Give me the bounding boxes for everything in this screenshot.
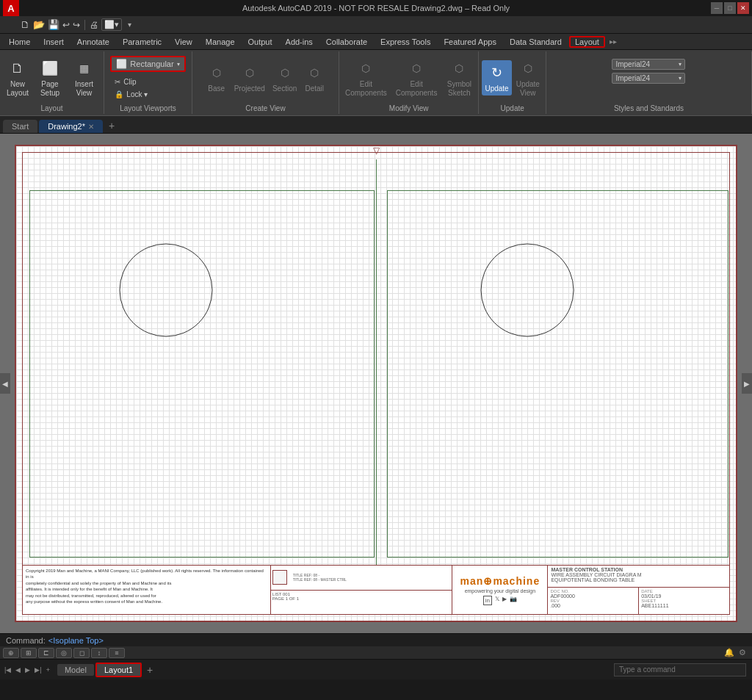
edit-components2-icon: ⬡: [406, 58, 427, 79]
viewports-group-label: Layout Viewports: [120, 104, 176, 112]
base-label: Base: [208, 84, 225, 93]
insert-view-button[interactable]: ▦ Insert View: [68, 56, 101, 100]
doc-tab-drawing2[interactable]: Drawing2* ✕: [39, 120, 103, 133]
edit-components-button[interactable]: ⬡ Edit Components: [342, 56, 390, 100]
layout-tabs: Model Layout1 +: [54, 660, 159, 679]
menu-express[interactable]: Express Tools: [375, 36, 436, 48]
svg-point-0: [120, 244, 212, 336]
projected-button[interactable]: ⬡ Projected: [231, 60, 268, 95]
rectangular-label: Rectangular: [130, 59, 173, 68]
detail-label: Detail: [306, 84, 325, 93]
command-label: Command:: [6, 636, 46, 645]
menu-collaborate[interactable]: Collaborate: [320, 36, 373, 48]
new-doc-tab-button[interactable]: +: [104, 118, 119, 133]
first-layout-arrow[interactable]: |◀: [3, 665, 12, 675]
autocad-logo[interactable]: A: [3, 0, 19, 16]
command-input-area: [159, 663, 746, 676]
rectangular-dropdown[interactable]: ⬜ Rectangular ▾: [110, 56, 185, 72]
edit-components2-label: Edit Components: [396, 80, 438, 98]
update-button[interactable]: ↻ Update: [482, 60, 511, 95]
notification-icon[interactable]: 🔔: [724, 648, 734, 657]
command-input[interactable]: [614, 663, 746, 676]
maximize-btn[interactable]: □: [724, 2, 736, 14]
last-layout-arrow[interactable]: ▶|: [33, 665, 43, 675]
circle-drawing-right: [480, 242, 575, 338]
canvas-area[interactable]: ◀ ▶ Copyright 2019 Man and Ma: [0, 134, 752, 633]
page-setup-button[interactable]: ⬜ Page Setup: [35, 56, 65, 100]
ribbon-toolbar: 🗋 New Layout ⬜ Page Setup ▦ Insert View …: [0, 50, 752, 116]
menu-addins[interactable]: Add-ins: [280, 36, 319, 48]
grid-icon[interactable]: ⊞: [21, 648, 37, 658]
detail-button[interactable]: ⬡ Detail: [301, 60, 328, 95]
ortho-icon[interactable]: ⊏: [38, 648, 54, 658]
polar-icon[interactable]: ◎: [56, 648, 72, 658]
menu-view[interactable]: View: [169, 36, 198, 48]
close-btn[interactable]: ✕: [737, 2, 749, 14]
section-button[interactable]: ⬡ Section: [270, 60, 300, 95]
layout1-tab[interactable]: Layout1: [95, 663, 142, 677]
projected-label: Projected: [234, 84, 265, 93]
qat-open[interactable]: 📂: [33, 19, 45, 30]
menu-layout[interactable]: Layout: [569, 36, 605, 48]
menu-annotate[interactable]: Annotate: [71, 36, 115, 48]
snap-icon[interactable]: ⊕: [3, 648, 19, 658]
menu-featured[interactable]: Featured Apps: [438, 36, 502, 48]
drawing-paper: Copyright 2019 Man and Machine, a MANI C…: [15, 145, 737, 622]
info-block-right: MASTER CONTROL STATION WIRE ASSEMBLY CIR…: [548, 566, 729, 614]
imperial24-dropdown-2[interactable]: Imperial24 ▾: [612, 73, 685, 84]
new-layout-button[interactable]: 🗋 New Layout: [3, 56, 32, 100]
lineweight-icon[interactable]: ≡: [109, 648, 125, 658]
scroll-left-arrow[interactable]: ◀: [0, 373, 10, 394]
command-line: Command: <Isoplane Top>: [0, 634, 752, 646]
qat-undo[interactable]: ↩: [62, 20, 70, 30]
new-sheet-icon[interactable]: +: [45, 665, 51, 675]
next-layout-arrow[interactable]: ▶: [24, 665, 32, 675]
menu-home[interactable]: Home: [3, 36, 36, 48]
menu-output[interactable]: Output: [242, 36, 278, 48]
edit-components-label: Edit Components: [345, 80, 387, 98]
workspace-dropdown[interactable]: ▾: [128, 21, 131, 29]
menu-insert[interactable]: Insert: [37, 36, 70, 48]
symbol-sketch-icon: ⬡: [449, 58, 469, 79]
menu-parametric[interactable]: Parametric: [117, 36, 167, 48]
doc-tab-start[interactable]: Start: [3, 120, 37, 133]
update-icon: ↻: [487, 62, 507, 83]
modify-view-group-label: Modify View: [389, 104, 429, 112]
edit-components2-button[interactable]: ⬡ Edit Components: [393, 56, 441, 100]
osnap-icon[interactable]: ◻: [73, 648, 90, 658]
qat-preview[interactable]: ⬜▾: [101, 18, 122, 31]
doc-tab-drawing2-close[interactable]: ✕: [88, 123, 94, 131]
menu-datastandard[interactable]: Data Standard: [504, 36, 568, 48]
window-title: Autodesk AutoCAD 2019 - NOT FOR RESALE D…: [242, 4, 510, 12]
prev-layout-arrow[interactable]: ◀: [14, 665, 22, 675]
base-button[interactable]: ⬡ Base: [203, 60, 230, 95]
settings-icon[interactable]: ⚙: [739, 648, 746, 657]
menu-manage[interactable]: Manage: [200, 36, 241, 48]
qat-new[interactable]: 🗋: [21, 19, 30, 30]
lock-icon: 🔒: [115, 90, 123, 98]
scroll-right-arrow[interactable]: ▶: [742, 373, 752, 394]
section-icon: ⬡: [275, 62, 295, 83]
clip-button[interactable]: ✂ Clip: [110, 76, 152, 87]
edit-components-icon: ⬡: [355, 58, 376, 79]
update-view-button[interactable]: ⬡ Update View: [513, 56, 543, 100]
status-bar: Command: <Isoplane Top> ⊕ ⊞ ⊏ ◎ ◻ ↕ ≡ 🔔 …: [0, 633, 752, 659]
imperial24-dropdown-1[interactable]: Imperial24 ▾: [612, 59, 685, 70]
insert-view-icon: ▦: [74, 58, 95, 79]
add-layout-button[interactable]: +: [143, 663, 156, 676]
qat-save[interactable]: 💾: [48, 19, 59, 30]
symbol-sketch-button[interactable]: ⬡ Symbol Sketch: [443, 56, 475, 100]
diagram-area: TITLE REF: 08 - TITLE REF: 08 - MASTER C…: [271, 566, 453, 614]
dynin-icon[interactable]: ↕: [91, 648, 107, 658]
model-tab[interactable]: Model: [57, 664, 94, 676]
minimize-btn[interactable]: ─: [711, 2, 723, 14]
qat-plot[interactable]: 🖨: [90, 20, 98, 30]
symbol-sketch-label: Symbol Sketch: [447, 80, 471, 98]
overflow-arrow[interactable]: ▸▸: [610, 37, 617, 46]
qat-redo[interactable]: ↪: [73, 20, 80, 30]
imperial24-2-label: Imperial24: [615, 74, 650, 82]
lock-button[interactable]: 🔒 Lock ▾: [110, 89, 152, 100]
lock-label: Lock ▾: [126, 90, 148, 98]
base-icon: ⬡: [206, 62, 227, 83]
document-tabs: Start Drawing2* ✕ +: [0, 116, 752, 134]
